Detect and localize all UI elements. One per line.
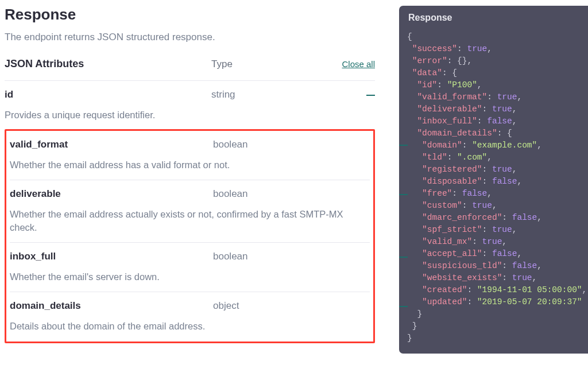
attr-name: inbox_full — [10, 251, 213, 262]
highlight-box: valid_format boolean Whether the email a… — [5, 129, 375, 343]
minus-icon — [399, 145, 408, 146]
attr-desc: Whether the email address has a valid fo… — [10, 158, 370, 172]
minus-icon — [399, 257, 408, 258]
col-header-attributes: JSON Attributes — [5, 58, 211, 70]
attr-desc: Whether the email address actually exist… — [10, 208, 370, 234]
minus-icon — [399, 194, 408, 196]
attr-name: deliverable — [10, 188, 213, 200]
collapse-toggle[interactable] — [390, 301, 408, 311]
response-panel: Response { "success": true, "error": {},… — [399, 6, 588, 354]
attr-type: object — [213, 300, 371, 312]
attr-name: domain_details — [10, 300, 213, 312]
json-code-block: { "success": true, "error": {}, "data": … — [399, 31, 588, 344]
attribute-row: deliverable boolean Whether the email ad… — [10, 180, 370, 243]
attributes-header: JSON Attributes Type Close all — [5, 58, 375, 81]
section-intro: The endpoint returns JSON structured res… — [5, 32, 375, 43]
col-header-type: Type — [211, 59, 342, 70]
attr-name: valid_format — [10, 139, 213, 150]
attribute-row: inbox_full boolean Whether the email's s… — [10, 243, 370, 292]
collapse-toggle[interactable] — [390, 189, 408, 199]
attr-desc: Whether the email's server is down. — [10, 270, 370, 284]
attr-desc: Provides a unique request identifier. — [5, 108, 375, 122]
docs-left-column: Response The endpoint returns JSON struc… — [5, 6, 375, 354]
collapse-toggle[interactable] — [390, 139, 408, 150]
attr-name: id — [5, 89, 211, 100]
close-all-link[interactable]: Close all — [342, 59, 375, 69]
collapse-toggle[interactable] — [358, 90, 375, 100]
attr-type: boolean — [213, 188, 371, 200]
collapse-toggle[interactable] — [390, 251, 408, 262]
minus-icon — [399, 306, 408, 308]
section-heading: Response — [5, 6, 375, 24]
minus-icon — [366, 95, 375, 96]
panel-title: Response — [399, 6, 588, 31]
attribute-row: valid_format boolean Whether the email a… — [10, 131, 370, 180]
attr-desc: Details about the domain of the email ad… — [10, 320, 370, 333]
attr-type: string — [211, 89, 358, 100]
docs-right-column: Response { "success": true, "error": {},… — [386, 6, 588, 354]
attribute-row: id string Provides a unique request iden… — [5, 81, 375, 130]
attr-type: boolean — [213, 251, 371, 262]
attribute-row: domain_details object Details about the … — [10, 292, 370, 341]
attr-type: boolean — [213, 139, 371, 150]
